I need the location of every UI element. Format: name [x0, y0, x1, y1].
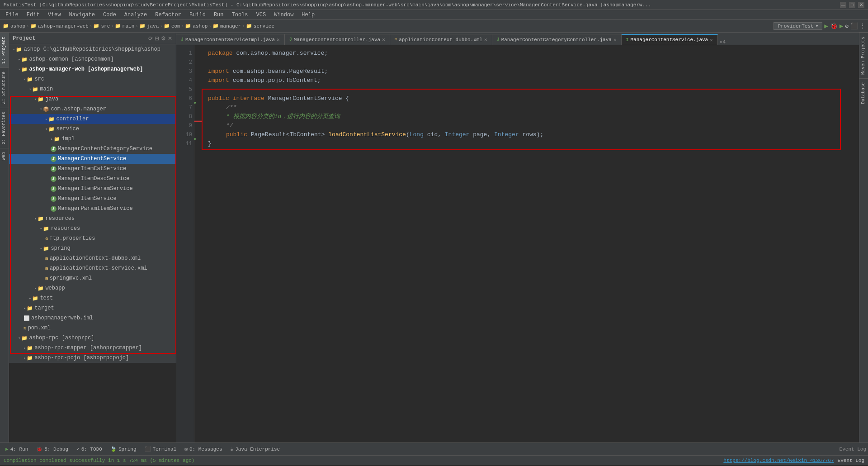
menu-run[interactable]: Run — [210, 11, 227, 19]
tree-item-ashop-rpc-mapper[interactable]: 📁 ashop-rpc-mapper [ashoprpcmapper] — [9, 343, 176, 353]
nav-main[interactable]: 📁 main — [115, 23, 134, 29]
tree-item-manager-content-service[interactable]: I ManagerContentService — [9, 154, 176, 164]
tree-item-src[interactable]: 📁 src — [9, 74, 176, 84]
panel-collapse-btn[interactable]: ⊟ — [155, 35, 159, 42]
tab-manager-content-category-controller[interactable]: J ManagerContentCategoryController.java … — [492, 34, 622, 45]
tab-close-controller[interactable]: ✕ — [382, 37, 385, 43]
menu-view[interactable]: View — [44, 11, 65, 19]
tree-item-controller[interactable]: 📁 controller — [9, 114, 176, 124]
tree-item-spring[interactable]: 📁 spring — [9, 243, 176, 253]
nav-com[interactable]: 📁 com — [164, 23, 180, 29]
tree-item-manager-item-cat-service[interactable]: I ManagerItemCatService — [9, 164, 176, 174]
tree-item-ashop-manager-web[interactable]: 📁 ashop-manager-web [ashopmanagerweb] — [9, 64, 176, 74]
run-config-selector[interactable]: ProviderTest ▾ — [774, 22, 822, 30]
menu-tools[interactable]: Tools — [228, 11, 252, 19]
tree-item-app-context-service[interactable]: ≋ applicationContext-service.xml — [9, 263, 176, 273]
menu-navigate[interactable]: Navigate — [65, 11, 99, 19]
tree-item-manager-content-category-service[interactable]: I ManagerContentCategoryService — [9, 144, 176, 154]
nav-ashop[interactable]: 📁 ashop — [3, 23, 25, 29]
tree-item-app-context-dubbo[interactable]: ≋ applicationContext-dubbo.xml — [9, 253, 176, 263]
tree-item-webapp[interactable]: 📁 webapp — [9, 283, 176, 293]
tree-item-ashop-rpc-pojo[interactable]: 📁 ashop-rpc-pojo [ashoprpcpojo] — [9, 353, 176, 363]
tree-item-manager-item-param-service[interactable]: I ManagerItemParamService — [9, 184, 176, 194]
debug-button[interactable]: 🐞 — [830, 22, 838, 30]
sidebar-tab-structure[interactable]: Z: Structure — [0, 67, 9, 108]
tree-item-ftp-properties[interactable]: ⚙ ftp.properties — [9, 233, 176, 243]
tree-item-manager-item-service[interactable]: I ManagerItemService — [9, 194, 176, 204]
more-button[interactable]: ⋮ — [860, 23, 865, 29]
tree-item-com-ashop-manager[interactable]: 📦 com.ashop.manager — [9, 104, 176, 114]
stop-button[interactable]: ⬛ — [850, 22, 858, 30]
panel-settings-btn[interactable]: ⚙ — [161, 35, 166, 42]
bottom-tab-run[interactable]: ▶ 4: Run — [2, 444, 32, 454]
sidebar-tab-database[interactable]: Database — [859, 78, 868, 108]
tab-app-context-dubbo[interactable]: ≋ applicationContext-dubbo.xml ✕ — [390, 34, 492, 45]
bottom-tab-java-enterprise[interactable]: ☕ Java Enterprise — [227, 444, 284, 454]
tab-close-dubbo[interactable]: ✕ — [484, 37, 487, 43]
menu-code[interactable]: Code — [99, 11, 120, 19]
nav-bar: 📁 ashop › 📁 ashop-manager-web › 📁 src › … — [0, 20, 868, 33]
tab-overflow[interactable]: »4 — [720, 39, 726, 45]
run-button[interactable]: ▶ — [824, 22, 828, 30]
bottom-tab-spring[interactable]: 🍃 Spring — [107, 444, 140, 454]
panel-actions: ⟳ ⊟ ⚙ ✕ — [148, 35, 172, 42]
bottom-tab-debug[interactable]: 🐞 5: Debug — [33, 444, 72, 454]
panel-close-btn[interactable]: ✕ — [168, 35, 172, 42]
status-url[interactable]: https://blog.csdn.net/weixin_41367767 — [723, 458, 834, 463]
tree-item-iml[interactable]: ⬜ ashopmanagerweb.iml — [9, 313, 176, 323]
sidebar-tab-web[interactable]: Web — [0, 148, 9, 164]
sidebar-tab-project[interactable]: 1: Project — [0, 33, 9, 67]
tree-item-service[interactable]: 📁 service — [9, 124, 176, 134]
nav-src[interactable]: 📁 src — [93, 23, 110, 29]
tab-close-cat-controller[interactable]: ✕ — [613, 37, 617, 43]
menu-window[interactable]: Window — [270, 11, 297, 19]
code-line-4: import com.ashop.pojo.TbContent; — [200, 76, 854, 85]
nav-manager[interactable]: 📁 manager — [212, 23, 241, 29]
tree-item-impl[interactable]: 📁 impl — [9, 134, 176, 144]
bottom-tab-todo[interactable]: ✓ 6: TODO — [73, 444, 106, 454]
tab-manager-content-service-impl[interactable]: J ManagerContentServiceImpl.java ✕ — [176, 34, 285, 45]
menu-help[interactable]: Help — [298, 11, 318, 19]
bottom-tab-messages[interactable]: ✉ 0: Messages — [181, 444, 226, 454]
bottom-tab-terminal[interactable]: ⬛ Terminal — [141, 444, 180, 454]
status-event-log[interactable]: Event Log — [838, 458, 864, 463]
menu-file[interactable]: File — [2, 11, 22, 19]
nav-ashop2[interactable]: 📁 ashop — [185, 23, 208, 29]
tab-manager-content-controller[interactable]: J ManagerContentController.java ✕ — [285, 34, 390, 45]
minimize-button[interactable]: — — [840, 2, 846, 8]
tree-item-java[interactable]: 📁 java — [9, 94, 176, 104]
tree-item-resources-parent[interactable]: 📁 resources — [9, 214, 176, 223]
tab-close-service[interactable]: ✕ — [710, 37, 713, 43]
code-content[interactable]: package com.ashop.manager.service; impor… — [194, 45, 859, 442]
close-button[interactable]: ✕ — [858, 2, 864, 8]
maximize-button[interactable]: □ — [849, 2, 855, 8]
tree-item-ashop-root[interactable]: 📁 ashop C:\githubRepositories\shopping\a… — [9, 44, 176, 54]
tree-item-resources-sub[interactable]: 📁 resources — [9, 223, 176, 233]
tab-manager-content-service[interactable]: I ManagerContentService.java ✕ — [622, 34, 718, 45]
menu-refactor[interactable]: Refactor — [151, 11, 185, 19]
tree-item-ashop-rpc[interactable]: 📁 ashop-rpc [ashoprpc] — [9, 333, 176, 343]
tree-item-target[interactable]: 📁 target — [9, 303, 176, 313]
menu-analyze[interactable]: Analyze — [121, 11, 151, 19]
tree-item-pom-xml[interactable]: ≋ pom.xml — [9, 323, 176, 333]
menu-build[interactable]: Build — [186, 11, 209, 19]
sidebar-tab-maven[interactable]: Maven Projects — [859, 33, 868, 78]
nav-manager-web[interactable]: 📁 ashop-manager-web — [30, 23, 89, 29]
coverage-button[interactable]: ▶ — [840, 22, 843, 30]
menu-vcs[interactable]: VCS — [253, 11, 270, 19]
menu-edit[interactable]: Edit — [23, 11, 43, 19]
tree-item-ashop-common[interactable]: 📁 ashop-common [ashopcommon] — [9, 54, 176, 64]
tree-item-test[interactable]: 📁 test — [9, 293, 176, 303]
tab-close-impl[interactable]: ✕ — [277, 37, 280, 43]
sidebar-tab-favorites[interactable]: 2: Favorites — [0, 108, 9, 148]
panel-sync-btn[interactable]: ⟳ — [148, 35, 153, 42]
build-button[interactable]: ⚙ — [845, 23, 849, 30]
event-log-btn[interactable]: Event Log — [840, 447, 866, 452]
nav-java[interactable]: 📁 java — [139, 23, 159, 29]
nav-service[interactable]: 📁 service — [246, 23, 274, 29]
tree-item-manager-param-item-service[interactable]: I ManagerParamItemService — [9, 204, 176, 214]
window-controls[interactable]: — □ ✕ — [840, 2, 864, 8]
tree-item-main[interactable]: 📁 main — [9, 84, 176, 94]
tree-item-manager-item-desc-service[interactable]: I ManagerItemDescService — [9, 174, 176, 184]
tree-item-springmvc-xml[interactable]: ≋ springmvc.xml — [9, 273, 176, 283]
